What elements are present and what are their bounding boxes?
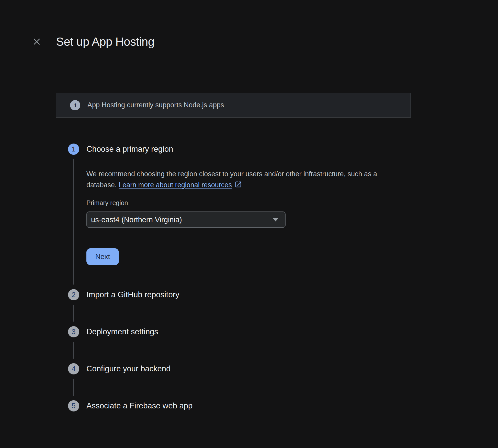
step-number-badge: 4 (68, 363, 79, 374)
banner-message: App Hosting currently supports Node.js a… (87, 101, 224, 109)
step-rail: 1 (68, 144, 79, 289)
learn-more-link-label: Learn more about regional resources (119, 181, 232, 189)
step-number-badge: 2 (68, 289, 79, 300)
step-title: Configure your backend (86, 363, 498, 374)
step-number-badge: 1 (68, 144, 79, 155)
step-choose-primary-region: 1 Choose a primary region We recommend c… (68, 144, 498, 289)
step-deployment-settings: 3 Deployment settings (68, 326, 498, 363)
step-rail: 2 (68, 289, 79, 326)
region-description: We recommend choosing the region closest… (86, 169, 393, 192)
step-title: Import a GitHub repository (86, 289, 498, 300)
step-title: Deployment settings (86, 326, 498, 337)
open-in-new-icon (234, 181, 242, 192)
primary-region-select[interactable]: us-east4 (Northern Virginia) (86, 211, 286, 228)
primary-region-label: Primary region (86, 199, 498, 207)
step-import-github-repository: 2 Import a GitHub repository (68, 289, 498, 326)
close-button[interactable] (31, 36, 43, 48)
step-number-badge: 3 (68, 326, 79, 337)
learn-more-link[interactable]: Learn more about regional resources (119, 181, 242, 189)
info-banner: i App Hosting currently supports Node.js… (56, 93, 411, 117)
step-configure-your-backend: 4 Configure your backend (68, 363, 498, 400)
step-connector-line (73, 159, 74, 285)
setup-stepper: 1 Choose a primary region We recommend c… (68, 144, 498, 442)
step-connector-line (73, 379, 74, 396)
step-title: Choose a primary region (86, 144, 498, 155)
info-icon: i (70, 100, 80, 110)
step-connector-line (73, 342, 74, 359)
next-button[interactable]: Next (86, 248, 119, 265)
step1-content: We recommend choosing the region closest… (86, 169, 498, 289)
page-title: Set up App Hosting (56, 35, 154, 49)
step-associate-firebase-web-app: 5 Associate a Firebase web app (68, 400, 498, 411)
step-rail: 5 (68, 400, 79, 411)
step-rail: 3 (68, 326, 79, 363)
close-icon (32, 37, 41, 46)
primary-region-selected-value: us-east4 (Northern Virginia) (91, 216, 182, 224)
step-connector-line (73, 305, 74, 322)
step-rail: 4 (68, 363, 79, 400)
dialog-header: Set up App Hosting (31, 33, 498, 51)
dropdown-arrow-icon (273, 218, 278, 221)
step-title: Associate a Firebase web app (86, 400, 498, 411)
step-number-badge: 5 (68, 400, 79, 411)
